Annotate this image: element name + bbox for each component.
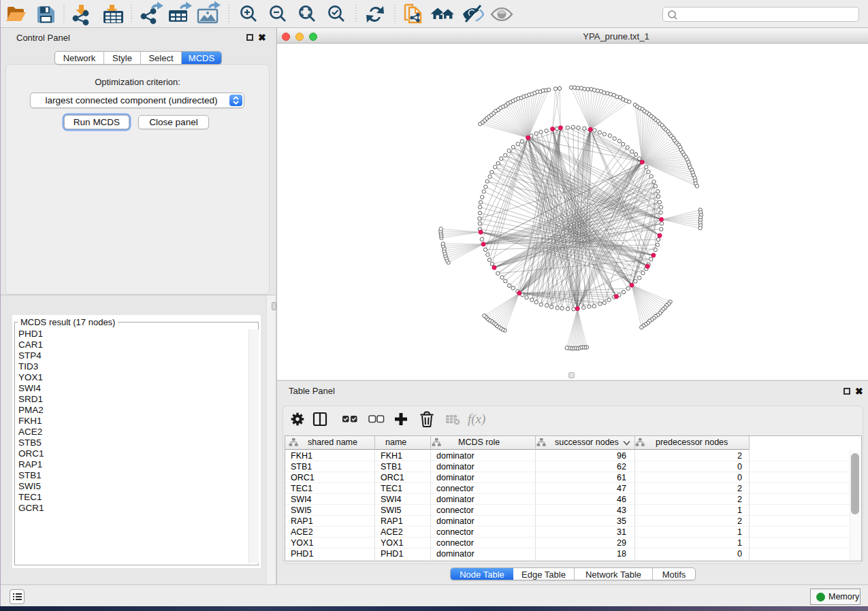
svg-text:f(x): f(x) [468,412,485,427]
